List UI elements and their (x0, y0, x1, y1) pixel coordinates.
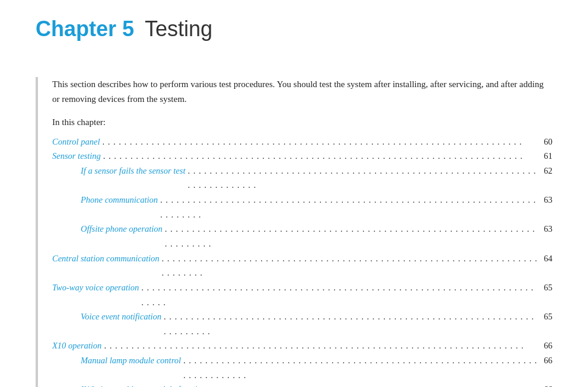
toc-page-central-station: 64 (544, 251, 553, 266)
toc-dots-sensor-testing (103, 149, 539, 164)
toc-link-manual-lamp-module[interactable]: Manual lamp module control (81, 353, 181, 368)
intro-paragraph: This section describes how to perform va… (52, 77, 552, 107)
toc-page-x10-operation: 66 (544, 338, 553, 353)
main-content: This section describes how to perform va… (52, 77, 552, 387)
content-area: This section describes how to perform va… (36, 77, 552, 387)
toc-link-central-station[interactable]: Central station communication (52, 251, 159, 266)
toc-page-control-panel: 60 (544, 135, 553, 149)
toc-dots-offsite-phone-operation (165, 222, 539, 251)
toc-link-offsite-phone-operation[interactable]: Offsite phone operation (81, 222, 163, 236)
toc-item-phone-communication: Phone communication63 (52, 193, 552, 222)
toc-dots-manual-lamp-module (183, 353, 539, 382)
toc-dots-if-sensor-fails (187, 164, 539, 193)
page-container: Chapter 5 Testing This section describes… (0, 0, 588, 387)
toc-item-if-sensor-fails: If a sensor fails the sensor test62 (52, 164, 552, 193)
toc-item-voice-event-notification: Voice event notification65 (52, 309, 552, 338)
toc-item-x10-operation: X10 operation66 (52, 338, 552, 353)
toc-link-phone-communication[interactable]: Phone communication (81, 193, 158, 207)
toc-link-x10-operation[interactable]: X10 operation (52, 338, 101, 353)
toc-link-sensor-testing[interactable]: Sensor testing (52, 149, 101, 164)
toc-link-control-panel[interactable]: Control panel (52, 135, 100, 149)
toc-dots-x10-operation (104, 338, 539, 353)
toc-item-x10-siren-lamp: X10 siren and lamp module functions66 (52, 382, 552, 387)
section-border (36, 77, 38, 387)
toc-dots-central-station (161, 251, 539, 280)
toc-link-voice-event-notification[interactable]: Voice event notification (81, 309, 161, 324)
toc-item-sensor-testing: Sensor testing61 (52, 149, 552, 164)
chapter-label: Chapter 5 (36, 17, 134, 41)
toc-dots-x10-siren-lamp (212, 382, 539, 387)
toc-page-offsite-phone-operation: 63 (544, 222, 553, 236)
toc-item-offsite-phone-operation: Offsite phone operation63 (52, 222, 552, 251)
toc-dots-two-way-voice (141, 280, 539, 309)
toc-item-central-station: Central station communication64 (52, 251, 552, 280)
toc-list: Control panel60Sensor testing61If a sens… (52, 135, 552, 388)
toc-item-two-way-voice: Two-way voice operation65 (52, 280, 552, 309)
page-header: Chapter 5 Testing (36, 17, 552, 41)
chapter-title: Testing (145, 17, 212, 41)
toc-link-two-way-voice[interactable]: Two-way voice operation (52, 280, 139, 295)
toc-page-two-way-voice: 65 (544, 280, 553, 295)
toc-dots-phone-communication (160, 193, 539, 222)
toc-page-if-sensor-fails: 62 (544, 164, 553, 178)
toc-dots-control-panel (102, 135, 539, 149)
toc-page-manual-lamp-module: 66 (544, 353, 553, 368)
toc-page-x10-siren-lamp: 66 (544, 382, 553, 387)
toc-item-control-panel: Control panel60 (52, 135, 552, 149)
toc-dots-voice-event-notification (164, 309, 539, 338)
toc-link-x10-siren-lamp[interactable]: X10 siren and lamp module functions (81, 382, 209, 387)
toc-page-sensor-testing: 61 (544, 149, 553, 164)
toc-page-voice-event-notification: 65 (544, 309, 553, 324)
toc-page-phone-communication: 63 (544, 193, 553, 207)
toc-link-if-sensor-fails[interactable]: If a sensor fails the sensor test (81, 164, 185, 178)
in-chapter-label: In this chapter: (52, 117, 552, 127)
toc-item-manual-lamp-module: Manual lamp module control66 (52, 353, 552, 382)
